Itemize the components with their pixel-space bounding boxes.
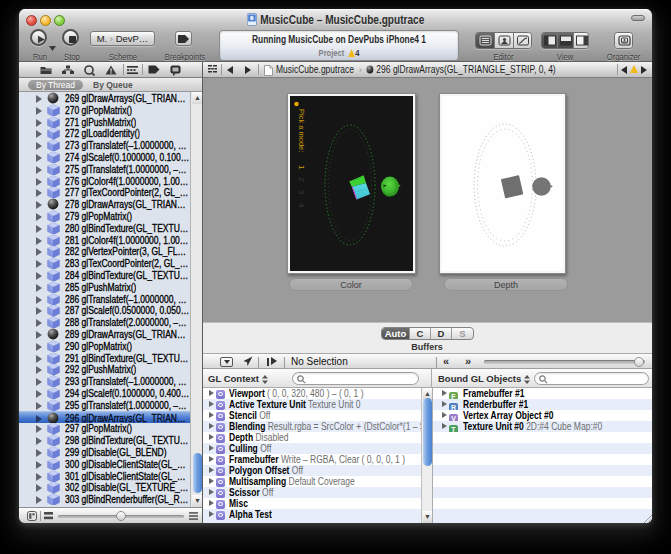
svg-text:3: 3 [297,190,306,195]
svg-text:1: 1 [297,165,306,170]
svg-text:Pick a mode:: Pick a mode: [297,109,306,152]
svg-text:4: 4 [297,203,306,208]
svg-text:2: 2 [297,177,306,182]
